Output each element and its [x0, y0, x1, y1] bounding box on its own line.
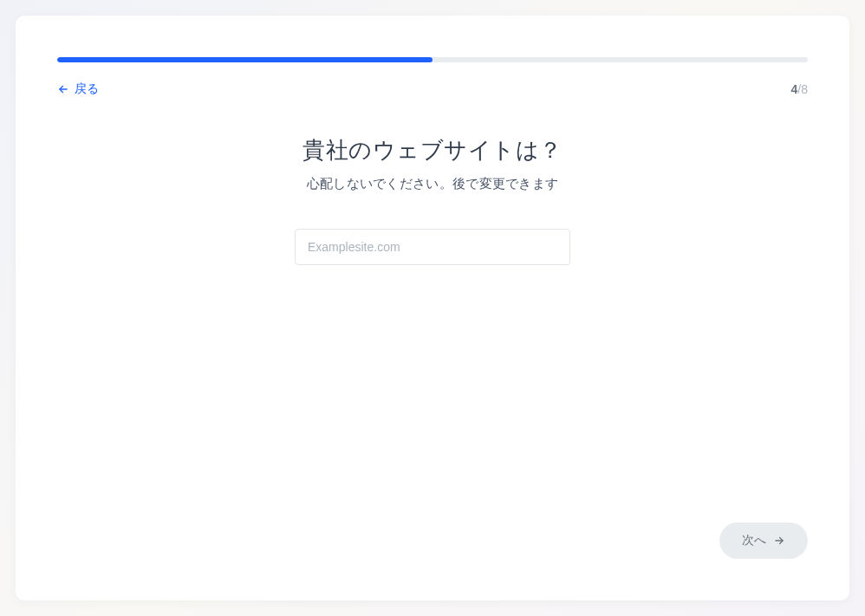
step-total: 8 — [801, 82, 808, 96]
arrow-left-icon — [57, 83, 69, 95]
topbar: 戻る 4/8 — [57, 81, 808, 97]
next-label: 次へ — [742, 533, 766, 548]
page-subtitle: 心配しないでください。後で変更できます — [57, 176, 808, 192]
content: 貴社のウェブサイトは？ 心配しないでください。後で変更できます — [57, 135, 808, 265]
wizard-card: 戻る 4/8 貴社のウェブサイトは？ 心配しないでください。後で変更できます 次… — [16, 16, 849, 600]
arrow-right-icon — [773, 535, 785, 547]
back-label: 戻る — [75, 81, 99, 97]
footer: 次へ — [57, 522, 808, 559]
website-input[interactable] — [295, 229, 570, 265]
back-button[interactable]: 戻る — [57, 81, 99, 97]
progress-track — [57, 57, 808, 62]
next-button[interactable]: 次へ — [719, 522, 808, 559]
input-wrapper — [57, 229, 808, 265]
step-counter: 4/8 — [791, 82, 808, 96]
page-title: 貴社のウェブサイトは？ — [57, 135, 808, 165]
progress-fill — [57, 57, 432, 62]
